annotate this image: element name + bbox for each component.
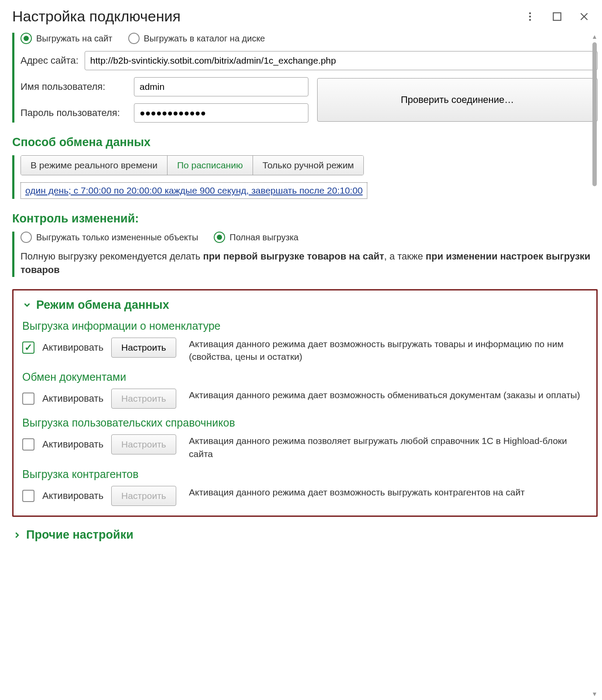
- mode-checkbox-0[interactable]: [22, 341, 34, 354]
- mode-configure-button-3: Настроить: [111, 486, 176, 506]
- scroll-down-icon[interactable]: ▼: [592, 690, 598, 698]
- connection-section: Выгружать на сайт Выгружать в каталог на…: [12, 33, 598, 123]
- mode-title-1: Обмен документами: [22, 371, 588, 383]
- mode-desc-1: Активация данного режима дает возможност…: [189, 389, 588, 401]
- password-input[interactable]: [134, 103, 308, 123]
- exchange-method-toggle: В режиме реального времени По расписанию…: [21, 155, 364, 175]
- mode-configure-button-1: Настроить: [111, 389, 176, 409]
- mode-configure-button-2: Настроить: [111, 434, 176, 454]
- exchange-modes-title: Режим обмена данных: [36, 298, 169, 312]
- radio-upload-to-site[interactable]: Выгружать на сайт: [21, 33, 113, 44]
- test-connection-button[interactable]: Проверить соединение…: [317, 78, 598, 122]
- svg-point-1: [529, 15, 531, 17]
- mode-title-0: Выгрузка информации о номенклатуре: [22, 320, 588, 332]
- change-control-title: Контроль изменений:: [12, 212, 598, 225]
- radio-label: Выгружать в каталог на диске: [144, 34, 265, 44]
- scrollbar[interactable]: ▲ ▼: [592, 33, 598, 698]
- schedule-box[interactable]: один день; с 7:00:00 по 20:00:00 каждые …: [21, 182, 367, 199]
- username-label: Имя пользователя:: [21, 81, 125, 92]
- mode-activate-label[interactable]: Активировать: [42, 342, 103, 353]
- change-control-note: Полную выгрузку рекомендуется делать при…: [21, 250, 598, 277]
- svg-rect-3: [553, 13, 561, 20]
- other-settings-header[interactable]: Прочие настройки: [12, 528, 598, 542]
- toggle-realtime[interactable]: В режиме реального времени: [21, 156, 168, 175]
- site-url-label: Адрес сайта:: [21, 55, 79, 66]
- mode-activate-label[interactable]: Активировать: [42, 490, 103, 502]
- exchange-modes-header[interactable]: Режим обмена данных: [22, 298, 588, 312]
- radio-icon: [128, 33, 140, 44]
- mode-row-3: Активировать Настроить Активация данного…: [22, 486, 588, 506]
- mode-title-3: Выгрузка контрагентов: [22, 468, 588, 481]
- scroll-thumb[interactable]: [592, 42, 597, 186]
- username-input[interactable]: [134, 77, 308, 96]
- mode-row-0: Активировать Настроить Активация данного…: [22, 338, 588, 363]
- mode-desc-3: Активация данного режима дает возможност…: [189, 486, 588, 499]
- kebab-menu-icon[interactable]: [524, 11, 536, 22]
- toggle-manual[interactable]: Только ручной режим: [253, 156, 364, 175]
- radio-upload-to-disk[interactable]: Выгружать в каталог на диске: [128, 33, 265, 44]
- radio-label: Полная выгрузка: [229, 232, 298, 242]
- mode-title-2: Выгрузка пользовательских справочников: [22, 417, 588, 429]
- maximize-icon[interactable]: [551, 11, 563, 22]
- svg-point-0: [529, 12, 531, 14]
- chevron-right-icon: [12, 530, 22, 540]
- schedule-link-text: один день; с 7:00:00 по 20:00:00 каждые …: [25, 185, 363, 195]
- change-control-section: Выгружать только измененные объекты Полн…: [12, 232, 598, 277]
- radio-icon: [214, 232, 225, 243]
- password-label: Пароль пользователя:: [21, 107, 125, 119]
- mode-desc-2: Активация данного режима позволяет выгру…: [189, 434, 588, 460]
- exchange-method-section: В режиме реального времени По расписанию…: [12, 155, 598, 199]
- titlebar-actions: [524, 11, 590, 22]
- other-settings-title: Прочие настройки: [26, 528, 133, 542]
- chevron-down-icon: [22, 300, 32, 310]
- radio-label: Выгружать только измененные объекты: [36, 232, 198, 242]
- exchange-method-title: Способ обмена данных: [12, 136, 598, 149]
- mode-activate-label[interactable]: Активировать: [42, 393, 103, 404]
- svg-point-2: [529, 19, 531, 20]
- radio-only-changed[interactable]: Выгружать только измененные объекты: [21, 232, 198, 243]
- radio-label: Выгружать на сайт: [36, 34, 113, 44]
- mode-checkbox-1[interactable]: [22, 393, 34, 405]
- close-icon[interactable]: [578, 11, 590, 22]
- site-url-input[interactable]: [85, 51, 598, 70]
- mode-row-2: Активировать Настроить Активация данного…: [22, 434, 588, 460]
- mode-activate-label[interactable]: Активировать: [42, 439, 103, 450]
- mode-checkbox-2[interactable]: [22, 438, 34, 451]
- radio-full-upload[interactable]: Полная выгрузка: [214, 232, 298, 243]
- window-title: Настройка подключения: [12, 8, 181, 25]
- toggle-scheduled[interactable]: По расписанию: [168, 156, 253, 175]
- radio-icon: [21, 33, 32, 44]
- exchange-modes-box: Режим обмена данных Выгрузка информации …: [12, 289, 598, 517]
- mode-checkbox-3[interactable]: [22, 490, 34, 502]
- radio-icon: [21, 232, 32, 243]
- mode-row-1: Активировать Настроить Активация данного…: [22, 389, 588, 409]
- mode-desc-0: Активация данного режима дает возможност…: [189, 338, 588, 363]
- mode-configure-button-0[interactable]: Настроить: [111, 338, 176, 358]
- scroll-up-icon[interactable]: ▲: [592, 33, 598, 41]
